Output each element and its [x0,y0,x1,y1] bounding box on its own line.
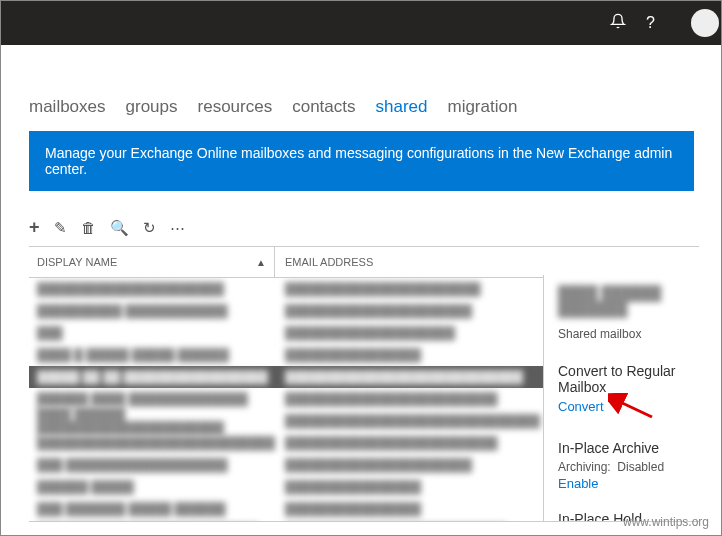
cell-email: ████████████████ [285,348,421,362]
toolbar: + ✎ 🗑 🔍 ↻ ⋯ [29,217,699,238]
enable-link[interactable]: Enable [558,476,719,491]
cell-display-name: ██████ █████ [37,480,134,494]
convert-link[interactable]: Convert [558,399,604,414]
search-button[interactable]: 🔍 [110,219,129,237]
cell-display-name: ███ ███████████████████ [37,458,227,472]
col-display-name[interactable]: DISPLAY NAME ▲ [29,247,275,277]
cell-display-name: ████████████████████████████ [37,436,275,450]
avatar[interactable] [691,9,719,37]
cell-email: ████████████████ [285,502,421,516]
svg-line-1 [618,401,652,417]
cell-display-name: ███ ███████ █████ ██████ [37,502,226,516]
grid-header: DISPLAY NAME ▲ EMAIL ADDRESS [29,246,699,278]
cell-display-name: █████ ██ ██ █████████████████ [37,370,268,384]
cell-display-name: ███ [37,326,63,340]
cell-email: █████████████████████████ [285,392,498,406]
more-button[interactable]: ⋯ [170,219,185,237]
cell-email: ████████████████ [285,480,421,494]
info-banner: Manage your Exchange Online mailboxes an… [29,131,699,191]
cell-email: ███████████████████████ [285,282,481,296]
panel-title: ████ ██████ ███████ [558,285,719,317]
cell-email: ████████████████████ [285,326,455,340]
edit-button[interactable]: ✎ [54,219,67,237]
tab-groups[interactable]: groups [126,97,178,117]
cell-email: ██████████████████████ [285,458,472,472]
add-button[interactable]: + [29,217,40,238]
sort-asc-icon: ▲ [256,257,274,268]
tab-mailboxes[interactable]: mailboxes [29,97,106,117]
cell-email: ████████████████████████████ [285,370,523,384]
cell-display-name: ██████ ████ ██████████████ [37,392,248,406]
cell-display-name: ████ ██████ ██████████████████████ [37,407,224,435]
nav-tabs: mailboxes groups resources contacts shar… [29,97,699,117]
tab-migration[interactable]: migration [447,97,517,117]
col-email-address[interactable]: EMAIL ADDRESS [275,256,699,268]
tab-contacts[interactable]: contacts [292,97,355,117]
arrow-annotation [608,393,656,423]
cell-email: ██████████████████████ [285,304,472,318]
help-icon[interactable]: ? [646,14,655,32]
topbar: ? [1,1,721,45]
archive-status: Archiving: Disabled [558,460,719,474]
notification-icon[interactable] [610,13,626,33]
tab-shared[interactable]: shared [375,97,427,117]
watermark: www.wintips.org [623,515,709,529]
cell-display-name: ██████████ ████████████ [37,304,227,318]
col-name-label: DISPLAY NAME [37,256,117,268]
cell-email: █████████████████████████ [285,436,498,450]
tab-resources[interactable]: resources [198,97,273,117]
cell-display-name: ██████████████████████ [37,282,224,296]
cell-display-name: ████ █ █████ █████ ██████ [37,348,229,362]
refresh-button[interactable]: ↻ [143,219,156,237]
convert-heading: Convert to Regular Mailbox [558,363,719,395]
delete-button[interactable]: 🗑 [81,219,96,236]
banner-action[interactable] [693,131,705,191]
mailbox-type: Shared mailbox [558,327,719,341]
cell-email: ██████████████████████████████ [285,414,540,428]
banner-text: Manage your Exchange Online mailboxes an… [45,145,672,177]
archive-heading: In-Place Archive [558,440,719,456]
details-panel: ████ ██████ ███████ Shared mailbox Conve… [543,275,719,521]
